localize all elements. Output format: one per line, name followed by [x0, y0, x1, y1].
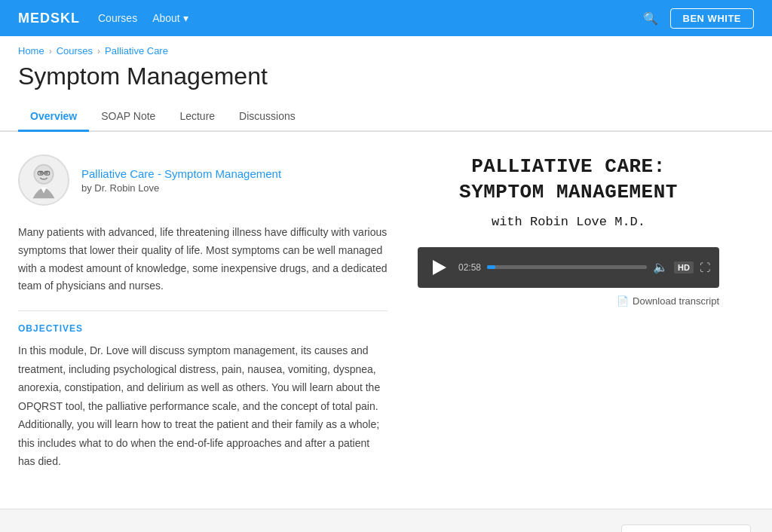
play-icon	[433, 260, 446, 275]
breadcrumb: Home › Courses › Palliative Care	[0, 36, 772, 60]
instructor-row: Palliative Care - Symptom Management by …	[18, 154, 388, 206]
video-player[interactable]: 02:58 🔈 HD ⛶	[418, 247, 719, 288]
video-title-line1-text: Palliative Care:	[471, 155, 666, 178]
tab-overview[interactable]: Overview	[18, 102, 89, 132]
fullscreen-icon[interactable]: ⛶	[700, 261, 710, 274]
video-controls: 02:58 🔈 HD ⛶	[418, 247, 719, 288]
nav-right: 🔍 BEN WHITE	[643, 8, 754, 29]
video-title: Palliative Care: Symptom Management with…	[459, 154, 678, 229]
video-title-line2-text: Symptom Management	[459, 181, 678, 203]
instructor-info: Palliative Care - Symptom Management by …	[81, 167, 281, 194]
page-title: Symptom Management	[18, 63, 754, 90]
play-button[interactable]	[427, 255, 452, 280]
section-divider	[18, 310, 388, 311]
left-panel: Palliative Care - Symptom Management by …	[18, 154, 388, 471]
search-icon[interactable]: 🔍	[643, 11, 658, 26]
objectives-text: In this module, Dr. Love will discuss sy…	[18, 341, 388, 471]
tab-bar: Overview SOAP Note Lecture Discussions	[0, 102, 772, 132]
tab-soap-note[interactable]: SOAP Note	[89, 102, 167, 132]
avatar-image	[22, 158, 66, 202]
course-description: Many patients with advanced, life threat…	[18, 224, 388, 295]
breadcrumb-sep-2: ›	[97, 46, 100, 57]
user-button[interactable]: BEN WHITE	[670, 8, 754, 29]
objectives-heading: OBJECTIVES	[18, 323, 388, 334]
page-header: Symptom Management	[0, 60, 772, 90]
transcript-download[interactable]: 📄 Download transcript	[617, 295, 719, 307]
navbar: MEDSKL Courses About ▾ 🔍 BEN WHITE	[0, 0, 772, 36]
tab-discussions[interactable]: Discussions	[227, 102, 308, 132]
instructor-name: by Dr. Robin Love	[81, 182, 281, 194]
transcript-label: Download transcript	[633, 295, 719, 307]
breadcrumb-home[interactable]: Home	[18, 45, 44, 57]
video-progress-fill	[487, 265, 495, 269]
video-title-line1: Palliative Care: Symptom Management	[459, 154, 678, 206]
next-button[interactable]: Next: SOAP Note ›	[621, 524, 751, 532]
nav-links: Courses About ▾	[98, 12, 625, 24]
main-content: Palliative Care - Symptom Management by …	[0, 132, 772, 494]
breadcrumb-palliative[interactable]: Palliative Care	[105, 45, 168, 57]
hd-badge: HD	[674, 261, 694, 274]
nav-courses[interactable]: Courses	[98, 12, 137, 24]
nav-about[interactable]: About ▾	[152, 12, 188, 24]
breadcrumb-sep-1: ›	[49, 46, 52, 57]
breadcrumb-courses[interactable]: Courses	[57, 45, 93, 57]
right-panel: Palliative Care: Symptom Management with…	[418, 154, 719, 471]
video-subtitle: with Robin Love M.D.	[459, 215, 678, 229]
avatar	[18, 154, 69, 206]
video-progress-bar[interactable]	[487, 265, 647, 269]
document-icon: 📄	[617, 295, 629, 307]
volume-icon[interactable]: 🔈	[653, 260, 668, 274]
brand-logo: MEDSKL	[18, 11, 80, 26]
tab-lecture[interactable]: Lecture	[167, 102, 227, 132]
page-footer: ‹ See more in Palliative Care Next: SOAP…	[0, 509, 772, 532]
course-title-link[interactable]: Palliative Care - Symptom Management	[81, 167, 281, 180]
video-time: 02:58	[458, 262, 481, 273]
